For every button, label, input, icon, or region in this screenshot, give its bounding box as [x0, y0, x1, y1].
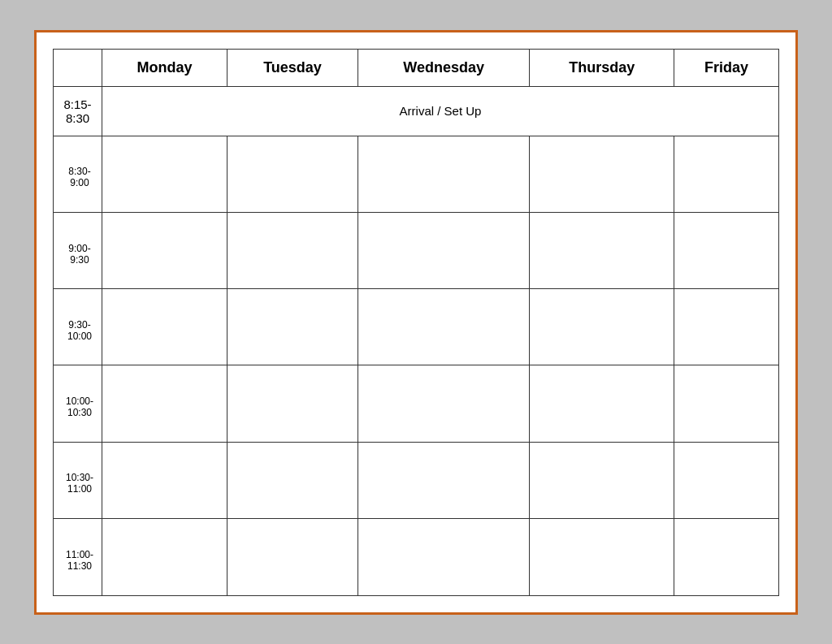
table-row: 8:30- 9:00	[54, 136, 779, 212]
cell-mon-2	[102, 289, 228, 365]
cell-tue-0	[228, 136, 358, 212]
page: Monday Tuesday Wednesday Thursday Friday…	[34, 30, 798, 615]
header-monday: Monday	[102, 49, 228, 86]
table-row: 11:00- 11:30	[54, 519, 779, 595]
header-wednesday: Wednesday	[358, 49, 530, 86]
cell-wed-2	[358, 289, 530, 365]
cell-mon-3	[102, 365, 228, 442]
table-row: 10:30- 11:00	[54, 442, 779, 518]
cell-fri-4	[674, 442, 779, 518]
cell-wed-5	[358, 519, 530, 595]
time-cell-1: 9:00- 9:30	[54, 212, 102, 288]
arrival-row: 8:15- 8:30 Arrival / Set Up	[54, 86, 779, 136]
time-cell-3: 10:00- 10:30	[54, 365, 102, 442]
cell-thu-3	[530, 365, 674, 442]
table-row: 9:00- 9:30	[54, 212, 779, 288]
cell-thu-5	[530, 519, 674, 595]
cell-mon-0	[102, 136, 228, 212]
cell-fri-2	[674, 289, 779, 365]
time-cell-2: 9:30- 10:00	[54, 289, 102, 365]
cell-thu-4	[530, 442, 674, 518]
arrival-content: Arrival / Set Up	[102, 86, 779, 136]
header-thursday: Thursday	[530, 49, 674, 86]
cell-tue-2	[228, 289, 358, 365]
header-time	[54, 49, 102, 86]
cell-fri-1	[674, 212, 779, 288]
cell-mon-4	[102, 442, 228, 518]
time-cell-arrival: 8:15- 8:30	[54, 86, 102, 136]
cell-mon-1	[102, 212, 228, 288]
time-cell-5: 11:00- 11:30	[54, 519, 102, 595]
cell-tue-1	[228, 212, 358, 288]
cell-fri-5	[674, 519, 779, 595]
header-tuesday: Tuesday	[228, 49, 358, 86]
cell-tue-4	[228, 442, 358, 518]
cell-wed-3	[358, 365, 530, 442]
cell-fri-3	[674, 365, 779, 442]
cell-thu-2	[530, 289, 674, 365]
cell-thu-1	[530, 212, 674, 288]
time-cell-4: 10:30- 11:00	[54, 442, 102, 518]
schedule-table: Monday Tuesday Wednesday Thursday Friday…	[53, 49, 779, 596]
cell-fri-0	[674, 136, 779, 212]
cell-wed-0	[358, 136, 530, 212]
cell-tue-3	[228, 365, 358, 442]
cell-tue-5	[228, 519, 358, 595]
cell-thu-0	[530, 136, 674, 212]
table-row: 10:00- 10:30	[54, 365, 779, 442]
cell-wed-1	[358, 212, 530, 288]
cell-wed-4	[358, 442, 530, 518]
table-row: 9:30- 10:00	[54, 289, 779, 365]
cell-mon-5	[102, 519, 228, 595]
time-cell-0: 8:30- 9:00	[54, 136, 102, 212]
header-friday: Friday	[674, 49, 779, 86]
